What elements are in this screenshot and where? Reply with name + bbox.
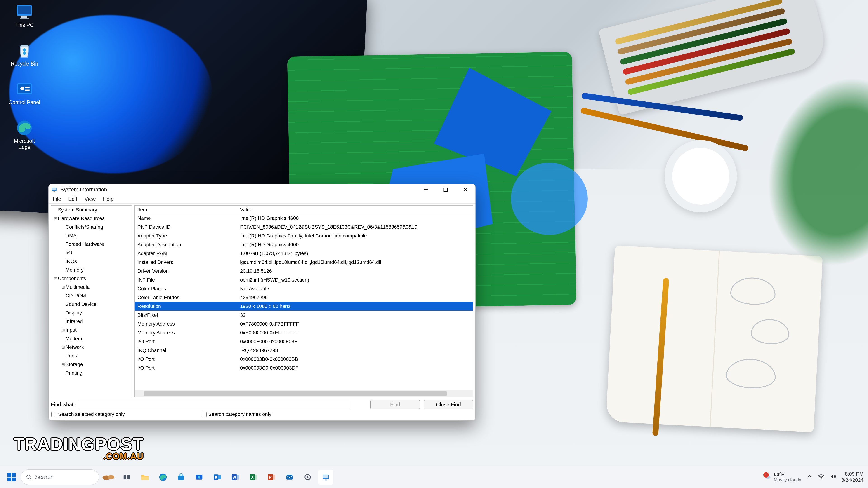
taskbar-store[interactable] (174, 470, 188, 485)
detail-row[interactable]: NameIntel(R) HD Graphics 4600 (135, 214, 473, 223)
maximize-button[interactable] (436, 184, 456, 195)
tree-expander-icon[interactable]: ⊟ (53, 216, 58, 221)
title-bar[interactable]: System Information (49, 184, 475, 195)
tree-item[interactable]: ⊞Input (51, 326, 131, 334)
taskbar-settings[interactable] (300, 470, 315, 485)
checkbox[interactable] (202, 412, 207, 417)
detail-rows[interactable]: NameIntel(R) HD Graphics 4600PNP Device … (135, 214, 473, 390)
taskbar-search[interactable]: Search (21, 469, 99, 485)
tree-item-label: IRQs (66, 258, 77, 264)
svg-rect-4 (21, 45, 28, 46)
tree-item[interactable]: Sound Device (51, 300, 131, 308)
detail-row[interactable]: I/O Port0x000003B0-0x000003BB (135, 355, 473, 363)
tree-item[interactable]: Modem (51, 334, 131, 343)
menu-view[interactable]: View (81, 195, 99, 203)
this-pc-icon (16, 3, 33, 21)
detail-row[interactable]: Adapter RAM1.00 GB (1,073,741,824 bytes) (135, 249, 473, 258)
menu-file[interactable]: File (50, 195, 64, 203)
taskbar-outlook[interactable] (210, 470, 225, 485)
tree-expander-icon[interactable]: ⊞ (61, 345, 66, 350)
tree-item[interactable]: Printing (51, 369, 131, 377)
detail-row[interactable]: Memory Address0xF7800000-0xF7BFFFFF (135, 320, 473, 328)
detail-row[interactable]: Driver Version20.19.15.5126 (135, 267, 473, 275)
start-button[interactable] (4, 469, 20, 485)
tray-clock[interactable]: 8:09 PM 8/24/2024 (841, 471, 864, 483)
detail-row[interactable]: Color PlanesNot Available (135, 284, 473, 293)
taskbar-excel[interactable]: X (246, 470, 261, 485)
tree-item[interactable]: DMA (51, 231, 131, 240)
detail-row[interactable]: Bits/Pixel32 (135, 311, 473, 320)
taskbar-word[interactable]: W (228, 470, 243, 485)
tray-volume-icon[interactable] (830, 473, 836, 481)
detail-row[interactable]: Installed Driversigdumdim64.dll,igd10ium… (135, 258, 473, 267)
detail-row[interactable]: I/O Port0x000003C0-0x000003DF (135, 363, 473, 372)
detail-row[interactable]: INF Fileoem2.inf (iHSWD_w10 section) (135, 275, 473, 284)
close-button[interactable] (456, 184, 475, 195)
tree-item[interactable]: ⊞Multimedia (51, 283, 131, 291)
taskbar-system-information[interactable] (318, 470, 333, 485)
menu-edit[interactable]: Edit (65, 195, 81, 203)
check-selected-category[interactable]: Search selected category only (51, 412, 125, 417)
desktop-icon-recycle-bin[interactable]: Recycle Bin (4, 42, 45, 67)
tree-item[interactable]: CD-ROM (51, 291, 131, 300)
tray-weather[interactable]: 1 60°F Mostly cloudy (764, 471, 801, 483)
tree-item[interactable]: System Summary (51, 205, 131, 214)
tree-item[interactable]: Infrared (51, 317, 131, 326)
tree-item[interactable]: Ports (51, 352, 131, 360)
app-icon (51, 187, 57, 193)
tray-chevron-up-icon[interactable] (806, 473, 813, 481)
tree-expander-icon[interactable]: ⊞ (61, 328, 66, 332)
desktop-icon-label: Recycle Bin (11, 61, 38, 67)
taskbar-outlook-new[interactable] (282, 470, 297, 485)
check-category-names[interactable]: Search category names only (202, 412, 272, 417)
minimize-button[interactable] (416, 184, 436, 195)
menu-help[interactable]: Help (100, 195, 117, 203)
taskbar-task-view[interactable] (119, 470, 134, 485)
detail-row[interactable]: IRQ ChannelIRQ 4294967293 (135, 346, 473, 355)
desktop-icon-control-panel[interactable]: Control Panel (4, 80, 45, 105)
detail-value: 0xE0000000-0xEFFFFFFF (239, 330, 473, 336)
detail-row[interactable]: Resolution1920 x 1080 x 60 hertz (135, 302, 473, 311)
tree-item[interactable]: ⊟Hardware Resources (51, 214, 131, 223)
tree-item[interactable]: ⊞Network (51, 343, 131, 352)
column-header-item[interactable]: Item (135, 207, 239, 213)
detail-row[interactable]: Color Table Entries4294967296 (135, 293, 473, 302)
detail-row[interactable]: Adapter DescriptionIntel(R) HD Graphics … (135, 240, 473, 249)
taskbar-explorer[interactable] (137, 470, 152, 485)
tree-item[interactable]: Memory (51, 266, 131, 274)
wallpaper-cutout (511, 163, 588, 235)
tray-wifi-icon[interactable] (818, 473, 825, 481)
tree-item[interactable]: IRQs (51, 257, 131, 266)
tree-item-label: Forced Hardware (66, 241, 104, 247)
tree-expander-icon[interactable]: ⊟ (53, 276, 58, 281)
find-input[interactable] (79, 400, 350, 409)
close-find-button[interactable]: Close Find (424, 400, 473, 409)
desktop-icon-this-pc[interactable]: This PC (4, 3, 45, 28)
detail-item: Installed Drivers (135, 259, 239, 265)
tree-item[interactable]: Display (51, 308, 131, 317)
detail-row[interactable]: PNP Device IDPCI\VEN_8086&DEV_0412&SUBSY… (135, 223, 473, 231)
tree-item[interactable]: Conflicts/Sharing (51, 223, 131, 231)
svg-text:P: P (269, 475, 272, 479)
taskbar-weather-art[interactable] (101, 470, 116, 485)
find-button[interactable]: Find (370, 400, 420, 409)
tree-item[interactable]: ⊞Storage (51, 360, 131, 369)
taskbar-photos[interactable] (192, 470, 207, 485)
tree-expander-icon[interactable]: ⊞ (61, 362, 66, 367)
tree-item[interactable]: ⊟Components (51, 274, 131, 283)
checkbox[interactable] (51, 412, 56, 417)
detail-header[interactable]: Item Value (135, 205, 473, 214)
taskbar-edge[interactable] (156, 470, 170, 485)
detail-row[interactable]: Memory Address0xE0000000-0xEFFFFFFF (135, 328, 473, 337)
detail-row[interactable]: I/O Port0x0000F000-0x0000F03F (135, 337, 473, 346)
tree-item[interactable]: Forced Hardware (51, 240, 131, 249)
svg-rect-17 (12, 473, 16, 477)
horizontal-scrollbar[interactable] (135, 390, 473, 397)
detail-row[interactable]: Adapter TypeIntel(R) HD Graphics Family,… (135, 231, 473, 240)
tree-item[interactable]: I/O (51, 249, 131, 257)
column-header-value[interactable]: Value (239, 207, 473, 213)
category-tree[interactable]: System Summary⊟Hardware ResourcesConflic… (51, 205, 132, 397)
tree-expander-icon[interactable]: ⊞ (61, 285, 66, 290)
desktop-icon-edge[interactable]: Microsoft Edge (4, 119, 45, 150)
taskbar-powerpoint[interactable]: P (264, 470, 279, 485)
